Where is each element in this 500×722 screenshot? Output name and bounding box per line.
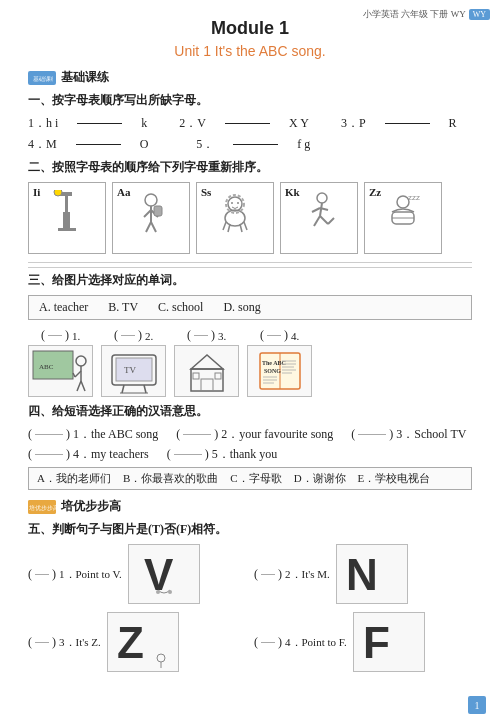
q4-text3: 3．School TV — [396, 426, 466, 443]
q5-img3: Z — [107, 612, 179, 672]
svg-line-20 — [228, 224, 230, 232]
svg-point-23 — [317, 193, 327, 203]
q4-blank1[interactable] — [35, 434, 63, 435]
svg-line-38 — [75, 371, 81, 377]
q4-row1: ( ) 1．the ABC song ( ) 2．your favourite … — [28, 426, 472, 443]
card-label-zz: Zz — [369, 186, 381, 198]
q1-blank2[interactable] — [225, 123, 270, 124]
letter-card-ss: Ss — [196, 182, 274, 254]
q3-item4: ( ) 4. The ABC SONG — [247, 328, 312, 397]
svg-text:培优步步高: 培优步步高 — [28, 504, 56, 511]
svg-rect-5 — [63, 212, 70, 230]
svg-point-14 — [225, 210, 245, 226]
q4-ans-d: D．谢谢你 — [294, 471, 346, 486]
wy-badge: WY — [469, 9, 490, 20]
svg-rect-50 — [201, 379, 213, 391]
q3-img2: TV — [101, 345, 166, 397]
q4-ans-a: A．我的老师们 — [37, 471, 111, 486]
q1-num1: 1．h i — [28, 115, 58, 132]
q1-num2: 2．V — [179, 115, 206, 132]
svg-line-25 — [312, 208, 320, 212]
q2-title: 二、按照字母表的顺序给下列字母重新排序。 — [28, 159, 472, 176]
q3-answer1[interactable] — [48, 335, 62, 336]
q3-img3 — [174, 345, 239, 397]
q1-row2: 4．M O 5． f g — [28, 136, 472, 153]
q3-answer4[interactable] — [267, 335, 281, 336]
q1-blank1[interactable] — [77, 123, 122, 124]
q4-blank3[interactable] — [358, 434, 386, 435]
card-kk-lines — [315, 242, 323, 254]
q5-text1: 1．Point to V. — [59, 567, 122, 582]
svg-point-36 — [76, 356, 86, 366]
q3-option-c: C. school — [158, 300, 203, 315]
svg-line-21 — [240, 224, 242, 232]
q1-blank4[interactable] — [76, 144, 121, 145]
q3-img4: The ABC SONG — [247, 345, 312, 397]
letter-card-aa: Aa — [112, 182, 190, 254]
q4-item5: ( ) 5．thank you — [167, 446, 278, 463]
q5-ans3[interactable] — [35, 642, 49, 643]
q5-ans2[interactable] — [261, 574, 275, 575]
svg-text:基础课练: 基础课练 — [33, 76, 53, 82]
q5-section: 五、判断句子与图片是(T)否(F)相符。 ( ) 1．Point to V. V — [28, 521, 472, 672]
svg-rect-13 — [154, 206, 162, 216]
svg-line-29 — [328, 218, 334, 224]
svg-line-28 — [320, 216, 328, 224]
svg-text:F: F — [363, 618, 390, 667]
q1-title: 一、按字母表顺序写出所缺字母。 — [28, 92, 472, 109]
page: 小学英语 六年级 下册 WY WY Module 1 Unit 1 It's t… — [0, 0, 500, 722]
unit-title: Unit 1 It's the ABC song. — [28, 43, 472, 59]
q4-blank2[interactable] — [183, 434, 211, 435]
svg-point-72 — [157, 654, 165, 662]
section2-icon: 培优步步高 — [28, 500, 56, 514]
q3-answer3[interactable] — [194, 335, 208, 336]
card-label-aa: Aa — [117, 186, 130, 198]
svg-rect-6 — [58, 228, 76, 231]
svg-text:SONG: SONG — [264, 368, 281, 374]
section2-header: 培优步步高 培优步步高 — [28, 498, 472, 515]
q3-option-d: D. song — [223, 300, 260, 315]
divider1 — [28, 262, 472, 263]
letter-cards: Ii Aa — [28, 182, 472, 254]
top-right-text: 小学英语 六年级 下册 WY — [363, 8, 466, 21]
q5-item2: ( ) 2．It's M. N — [254, 544, 472, 604]
q4-text1: 1．the ABC song — [73, 426, 158, 443]
q5-ans1[interactable] — [35, 574, 49, 575]
divider2 — [28, 267, 472, 268]
q3-item1: ( ) 1. ABC — [28, 328, 93, 397]
svg-line-12 — [151, 222, 156, 232]
svg-rect-52 — [215, 373, 221, 379]
svg-line-24 — [320, 203, 322, 216]
card-aa-lines — [147, 242, 155, 254]
svg-text:zzz: zzz — [408, 193, 420, 202]
q3-item2: ( ) 2. TV — [101, 328, 166, 397]
svg-point-18 — [237, 202, 239, 204]
q4-blank4[interactable] — [35, 454, 63, 455]
q5-title: 五、判断句子与图片是(T)否(F)相符。 — [28, 521, 472, 538]
q3-title: 三、给图片选择对应的单词。 — [28, 272, 472, 289]
q5-item4: ( ) 4．Point to F. F — [254, 612, 472, 672]
q1-num3: 3．P — [341, 115, 366, 132]
svg-rect-48 — [191, 369, 223, 391]
q4-ans-c: C．字母歌 — [230, 471, 281, 486]
svg-point-17 — [231, 202, 233, 204]
q1-blank3[interactable] — [385, 123, 430, 124]
q3-options-box: A. teacher B. TV C. school D. song — [28, 295, 472, 320]
section2-title: 培优步步高 — [61, 498, 121, 515]
section1-icon: 基础课练 — [28, 71, 56, 85]
q1-blank5[interactable] — [233, 144, 278, 145]
card-img-kk — [300, 190, 338, 236]
svg-point-69 — [168, 590, 172, 594]
q3-answer2[interactable] — [121, 335, 135, 336]
svg-text:ABC: ABC — [39, 363, 54, 371]
card-img-ss — [216, 190, 254, 236]
svg-point-4 — [54, 190, 62, 196]
card-zz-lines — [399, 242, 407, 254]
section1-title: 基础课练 — [61, 69, 109, 86]
q3-item3: ( ) 3. — [174, 328, 239, 397]
q5-item1: ( ) 1．Point to V. V — [28, 544, 246, 604]
q1-suffix1: k — [141, 116, 147, 131]
q5-ans4[interactable] — [261, 642, 275, 643]
q3-img1: ABC — [28, 345, 93, 397]
q4-blank5[interactable] — [174, 454, 202, 455]
